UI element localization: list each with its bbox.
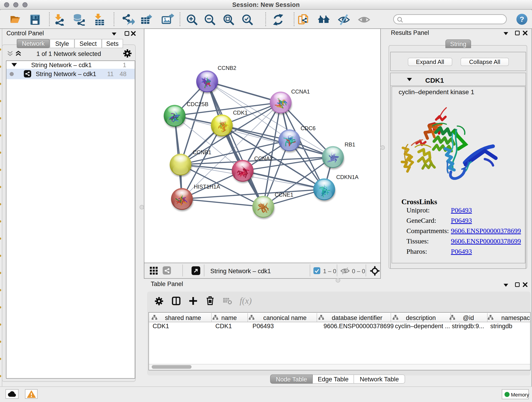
svg-text:RB1: RB1	[345, 141, 355, 148]
svg-text:CCNA2: CCNA2	[254, 155, 273, 162]
svg-text:CDKN1A: CDKN1A	[336, 174, 358, 180]
svg-text:CCNB1: CCNB1	[193, 149, 211, 155]
svg-text:CDK1: CDK1	[233, 109, 248, 116]
svg-text:CDC25B: CDC25B	[187, 101, 209, 107]
svg-text:CCNB2: CCNB2	[218, 65, 236, 71]
svg-text:CCNA1: CCNA1	[291, 89, 310, 95]
svg-text:HIST1H1A: HIST1H1A	[194, 184, 220, 190]
svg-text:CDC6: CDC6	[301, 125, 316, 131]
svg-text:CCNE1: CCNE1	[275, 191, 293, 198]
